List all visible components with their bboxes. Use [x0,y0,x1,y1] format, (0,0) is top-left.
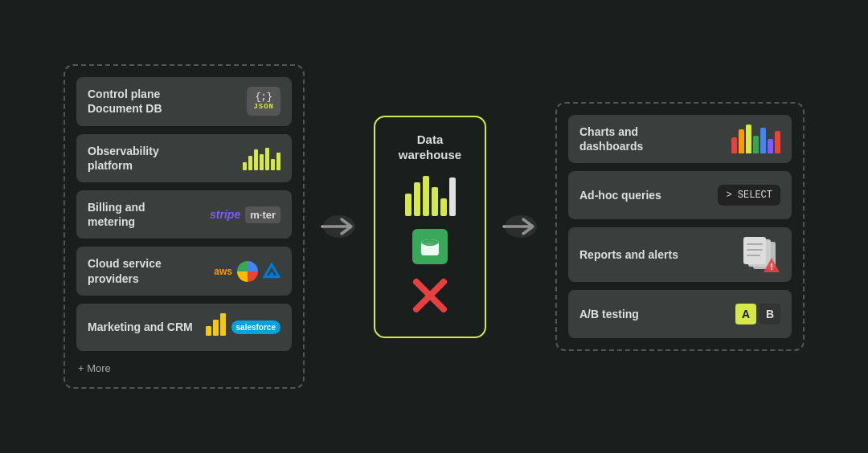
source-item-observability: Observabilityplatform [76,134,292,182]
warehouse-panel: Data warehouse [374,116,486,338]
svg-marker-1 [268,271,276,277]
cloud-providers-icon: aws [214,261,280,282]
reports-icon: ! [742,237,780,272]
arrow-to-warehouse [319,213,359,240]
arrow-to-outputs [501,213,541,240]
output-label-abtesting: A/B testing [579,307,639,321]
select-icon: > SELECT [718,185,780,206]
svg-point-12 [505,215,537,238]
source-item-billing: Billing andmetering stripe m·ter [76,190,292,239]
source-label-cloud: Cloud serviceproviders [88,256,162,285]
svg-point-5 [323,215,355,238]
output-label-charts: Charts anddashboards [579,124,643,153]
warehouse-bucket-icon [412,229,448,264]
svg-text:!: ! [770,262,773,271]
outputs-panel: Charts anddashboards Ad-hoc queries > SE… [555,102,805,351]
more-text: + More [76,359,292,376]
source-item-control-plane: Control planeDocument DB {;} JSON [76,77,292,125]
ab-b-badge: B [760,304,780,324]
stripe-logo: stripe [210,208,240,221]
marketing-icon: salesforce [206,313,280,341]
output-item-reports: Reports and alerts ! [568,227,792,282]
json-curly: {;} [255,92,272,103]
select-badge: > SELECT [718,185,780,206]
bar-yellow-icon [243,146,280,170]
multibar-icon [731,124,780,153]
warehouse-bars-icon [405,176,456,216]
output-item-adhoc: Ad-hoc queries > SELECT [568,171,792,219]
stripe-meter-icon: stripe m·ter [210,206,280,223]
source-label-billing: Billing andmetering [88,200,145,229]
aws-logo: aws [214,266,232,277]
ab-icon: A B [735,304,780,324]
powerbi-icon [206,313,227,341]
source-item-cloud: Cloud serviceproviders aws [76,247,292,295]
svg-rect-4 [220,313,226,336]
sources-panel: Control planeDocument DB {;} JSON Observ… [63,64,305,389]
output-item-charts: Charts anddashboards [568,115,792,163]
warehouse-x-icon [411,277,448,322]
json-icon: {;} JSON [247,87,280,116]
source-label-observability: Observabilityplatform [88,144,159,173]
meter-logo: m·ter [245,206,280,223]
output-item-abtesting: A/B testing A B [568,290,792,338]
salesforce-logo: salesforce [231,320,280,334]
diagram-container: Control planeDocument DB {;} JSON Observ… [47,48,821,405]
svg-rect-2 [206,326,211,336]
azure-logo [263,263,280,280]
svg-rect-3 [213,320,219,336]
json-text: JSON [253,103,274,111]
svg-rect-9 [421,243,439,254]
source-label-marketing: Marketing and CRM [88,320,193,334]
warehouse-label: Data warehouse [387,132,473,163]
ab-a-badge: A [735,304,756,324]
source-item-marketing: Marketing and CRM salesforce [76,304,292,351]
source-label-control-plane: Control planeDocument DB [88,87,162,116]
output-label-reports: Reports and alerts [579,247,678,262]
output-label-adhoc: Ad-hoc queries [579,188,661,202]
gcp-logo [237,261,258,282]
